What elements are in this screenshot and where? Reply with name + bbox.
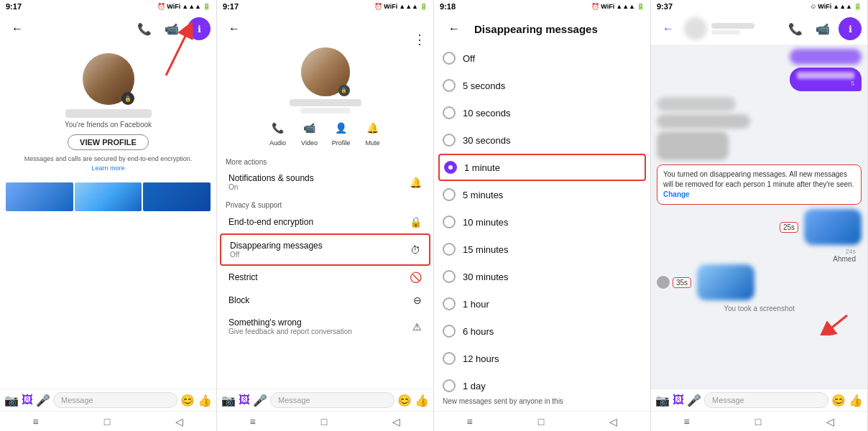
home-nav-1[interactable]: ≡	[33, 416, 39, 427]
gallery-icon-4[interactable]: 🖼	[673, 394, 684, 407]
audio-action[interactable]: 📞 Audio	[268, 118, 288, 147]
message-bar-1: 📷 🖼 🎤 Message 😊 👍	[0, 389, 216, 411]
learn-more-link[interactable]: Learn more	[91, 164, 124, 172]
square-nav-4[interactable]: □	[755, 416, 761, 427]
video-action[interactable]: 📹 Video	[300, 118, 320, 147]
phone-icon: 📞	[137, 22, 152, 36]
square-nav-3[interactable]: □	[538, 416, 544, 427]
radio-label-30min: 30 minutes	[463, 272, 509, 282]
gallery-icon-1[interactable]: 🖼	[22, 394, 33, 407]
red-arrow-4	[811, 314, 854, 335]
bottom-nav-1: ≡ □ ◁	[0, 411, 216, 431]
home-nav-2[interactable]: ≡	[250, 416, 256, 427]
bubble-received-2	[657, 114, 862, 129]
mute-action[interactable]: 🔔 Mute	[363, 118, 383, 147]
message-input-4[interactable]: Message	[704, 392, 828, 408]
radio-10min[interactable]: 10 minutes	[443, 208, 642, 236]
phone-button-4[interactable]: 📞	[784, 17, 807, 40]
like-icon-4[interactable]: 👍	[849, 394, 863, 407]
camera-icon-4[interactable]: 📷	[655, 394, 670, 407]
radio-1hr[interactable]: 1 hour	[443, 290, 642, 318]
bubble-sent-1	[657, 49, 862, 65]
back-nav-1[interactable]: ◁	[175, 416, 183, 427]
signal-icon-4: ▲▲▲	[833, 3, 852, 10]
radio-5min[interactable]: 5 minutes	[443, 181, 642, 208]
wrong-icon: ⚠	[412, 321, 422, 333]
bubble-time-top: 5	[797, 80, 854, 87]
notifications-title: Notifications & sounds	[228, 173, 410, 183]
radio-15min[interactable]: 15 minutes	[443, 236, 642, 263]
block-item[interactable]: Block ⊖	[220, 289, 430, 312]
back-icon: ←	[11, 22, 23, 35]
radio-30s[interactable]: 30 seconds	[443, 126, 642, 154]
wifi-icon: WiFi	[167, 3, 180, 10]
back-button-3[interactable]: ←	[443, 17, 466, 40]
radio-6hr[interactable]: 6 hours	[443, 318, 642, 345]
radio-off[interactable]: Off	[443, 45, 642, 72]
notifications-sub: On	[228, 183, 410, 191]
blurred-received-3	[657, 131, 729, 160]
gallery-icon-2[interactable]: 🖼	[239, 394, 250, 407]
bubble-sent-2: 5	[657, 68, 862, 91]
alarm-icon-3: ⏰	[591, 3, 599, 10]
mic-icon-1[interactable]: 🎤	[36, 394, 50, 407]
mic-icon-4[interactable]: 🎤	[687, 394, 701, 407]
info-icon: ℹ	[198, 24, 201, 34]
view-profile-button[interactable]: VIEW PROFILE	[68, 134, 149, 150]
video-button-4[interactable]: 📹	[811, 17, 834, 40]
restrict-item[interactable]: Restrict 🚫	[220, 266, 430, 289]
back-nav-2[interactable]: ◁	[392, 416, 400, 427]
disappearing-item[interactable]: Disappearing messages Off ⏱	[220, 233, 430, 266]
notifications-item[interactable]: Notifications & sounds On 🔔	[220, 167, 430, 197]
e2e-item[interactable]: End-to-end encryption 🔒	[220, 210, 430, 233]
camera-icon-2[interactable]: 📷	[221, 394, 236, 407]
wrong-item[interactable]: Something's wrong Give feedback and repo…	[220, 312, 430, 341]
square-nav-2[interactable]: □	[321, 416, 327, 427]
image-strip	[6, 182, 211, 211]
mic-icon-2[interactable]: 🎤	[253, 394, 267, 407]
change-link[interactable]: Change	[663, 190, 690, 198]
status-bar-3: 9:18 ⏰ WiFi ▲▲▲ 🔋	[434, 0, 650, 13]
radio-12hr[interactable]: 12 hours	[443, 345, 642, 372]
radio-5s[interactable]: 5 seconds	[443, 72, 642, 99]
back-nav-3[interactable]: ◁	[609, 416, 617, 427]
message-input-1[interactable]: Message	[53, 392, 177, 408]
profile-action[interactable]: 👤 Profile	[331, 118, 351, 147]
home-nav-4[interactable]: ≡	[684, 416, 690, 427]
video-button-1[interactable]: 📹	[160, 17, 183, 40]
e2e-icon: 🔒	[410, 216, 422, 228]
video-icon: 📹	[165, 22, 179, 36]
back-button-2[interactable]: ←	[223, 17, 246, 40]
radio-30min[interactable]: 30 minutes	[443, 263, 642, 290]
back-button-4[interactable]: ←	[657, 17, 680, 40]
radio-label-1min: 1 minute	[464, 162, 500, 173]
camera-icon-1[interactable]: 📷	[4, 394, 19, 407]
time-4: 9:37	[657, 2, 673, 11]
like-icon-1[interactable]: 👍	[198, 394, 212, 407]
phone-button-1[interactable]: 📞	[133, 17, 156, 40]
back-nav-4[interactable]: ◁	[826, 416, 834, 427]
radio-1day[interactable]: 1 day	[443, 372, 642, 392]
radio-label-12hr: 12 hours	[463, 353, 499, 364]
disappearing-notice: You turned on disappearing messages. All…	[657, 164, 862, 205]
home-nav-3[interactable]: ≡	[467, 416, 473, 427]
like-icon-2[interactable]: 👍	[415, 394, 429, 407]
arrow-area	[657, 314, 862, 335]
radio-circle-1min	[444, 161, 457, 174]
emoji-icon-1[interactable]: 😊	[180, 394, 195, 407]
info-button-4[interactable]: ℹ	[839, 17, 862, 40]
radio-1min[interactable]: 1 minute	[438, 154, 646, 181]
square-nav-1[interactable]: □	[104, 416, 110, 427]
more-button-2[interactable]: ⋮	[413, 32, 426, 47]
info-button-1[interactable]: ℹ	[188, 17, 211, 40]
emoji-icon-4[interactable]: 😊	[831, 394, 846, 407]
radio-10s[interactable]: 10 seconds	[443, 99, 642, 126]
image-bubble-received	[697, 264, 754, 300]
back-button-1[interactable]: ←	[6, 17, 29, 40]
battery-icon-3: 🔋	[637, 3, 645, 10]
status-icons-1: ⏰ WiFi ▲▲▲ 🔋	[157, 3, 211, 10]
emoji-icon-2[interactable]: 😊	[397, 394, 412, 407]
message-input-2[interactable]: Message	[270, 392, 394, 408]
wifi-icon-4: WiFi	[818, 3, 831, 10]
privacy-section-label: Privacy & support	[217, 197, 433, 210]
